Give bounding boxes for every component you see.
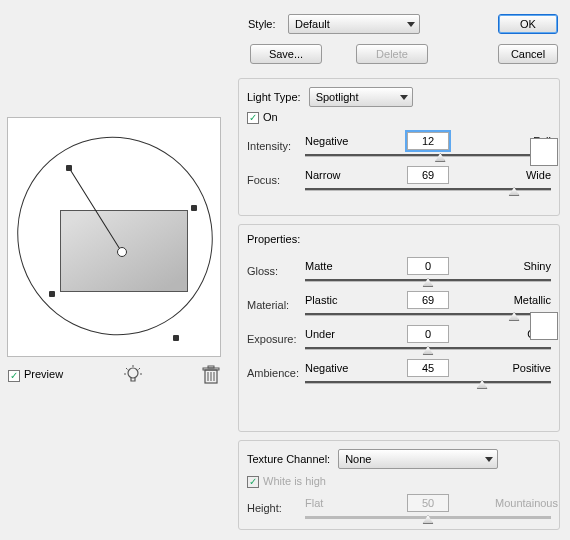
properties-group: Properties: Gloss: Matte 0 Shiny Materia…: [238, 224, 560, 432]
white-is-high-checkbox: [247, 476, 259, 488]
gloss-row: Gloss: Matte 0 Shiny: [247, 257, 551, 285]
ambience-value-text: 45: [422, 362, 434, 374]
ok-button[interactable]: OK: [498, 14, 558, 34]
focus-value-text: 69: [422, 169, 434, 181]
light-type-value: Spotlight: [316, 91, 359, 103]
material-value[interactable]: 69: [407, 291, 449, 309]
light-type-label: Light Type:: [247, 91, 301, 103]
style-combo[interactable]: Default: [288, 14, 420, 34]
spotlight-center-handle[interactable]: [117, 247, 127, 257]
cancel-button[interactable]: Cancel: [498, 44, 558, 64]
trash-icon[interactable]: [202, 365, 220, 385]
focus-row: Focus: Narrow 69 Wide: [247, 166, 551, 194]
focus-label: Focus:: [247, 174, 305, 186]
exposure-slider[interactable]: [305, 345, 551, 353]
save-label: Save...: [269, 48, 303, 60]
exposure-label: Exposure:: [247, 333, 305, 345]
ambience-min: Negative: [305, 362, 361, 374]
ambient-color-swatch[interactable]: [530, 312, 558, 340]
properties-label: Properties:: [247, 233, 551, 245]
svg-line-3: [138, 368, 140, 370]
chevron-down-icon: [407, 22, 415, 27]
ok-label: OK: [520, 18, 536, 30]
height-value-text: 50: [422, 497, 434, 509]
texture-channel-label: Texture Channel:: [247, 453, 330, 465]
light-group: Light Type: Spotlight On Intensity: Nega…: [238, 78, 560, 216]
on-label: On: [263, 111, 278, 123]
on-checkbox[interactable]: [247, 112, 259, 124]
material-slider[interactable]: [305, 311, 551, 319]
gloss-value[interactable]: 0: [407, 257, 449, 275]
material-min: Plastic: [305, 294, 361, 306]
material-label: Material:: [247, 299, 305, 311]
ambience-label: Ambience:: [247, 367, 305, 379]
material-row: Material: Plastic 69 Metallic: [247, 291, 551, 319]
svg-rect-11: [208, 366, 214, 368]
lightbulb-icon[interactable]: [123, 365, 143, 385]
height-min: Flat: [305, 497, 361, 509]
texture-channel-combo[interactable]: None: [338, 449, 498, 469]
save-button[interactable]: Save...: [250, 44, 322, 64]
style-label: Style:: [248, 18, 276, 30]
svg-line-2: [126, 368, 128, 370]
focus-value[interactable]: 69: [407, 166, 449, 184]
material-value-text: 69: [422, 294, 434, 306]
gloss-min: Matte: [305, 260, 361, 272]
delete-button: Delete: [356, 44, 428, 64]
intensity-slider[interactable]: [305, 152, 551, 160]
preview-label: Preview: [24, 368, 63, 380]
white-is-high-label: White is high: [263, 475, 326, 487]
intensity-row: Intensity: Negative 12 Full: [247, 132, 551, 160]
chevron-down-icon: [400, 95, 408, 100]
focus-min: Narrow: [305, 169, 361, 181]
cancel-label: Cancel: [511, 48, 545, 60]
exposure-value-text: 0: [425, 328, 431, 340]
intensity-value[interactable]: 12: [407, 132, 449, 150]
preview-frame: [8, 118, 220, 356]
spotlight-handle[interactable]: [191, 205, 197, 211]
focus-slider[interactable]: [305, 186, 551, 194]
height-max: Mountainous: [495, 497, 551, 509]
intensity-label: Intensity:: [247, 140, 305, 152]
delete-label: Delete: [376, 48, 408, 60]
ambience-value[interactable]: 45: [407, 359, 449, 377]
svg-point-0: [128, 368, 138, 378]
intensity-value-text: 12: [422, 135, 434, 147]
chevron-down-icon: [485, 457, 493, 462]
gloss-value-text: 0: [425, 260, 431, 272]
texture-channel-value: None: [345, 453, 371, 465]
exposure-min: Under: [305, 328, 361, 340]
height-value: 50: [407, 494, 449, 512]
material-max: Metallic: [495, 294, 551, 306]
spotlight-handle[interactable]: [49, 291, 55, 297]
spotlight-handle[interactable]: [66, 165, 72, 171]
style-value: Default: [295, 18, 330, 30]
ambience-max: Positive: [495, 362, 551, 374]
exposure-row: Exposure: Under 0 Over: [247, 325, 551, 353]
height-slider: [305, 514, 551, 522]
light-type-combo[interactable]: Spotlight: [309, 87, 413, 107]
height-row: Height: Flat 50 Mountainous: [247, 494, 551, 522]
gloss-label: Gloss:: [247, 265, 305, 277]
exposure-value[interactable]: 0: [407, 325, 449, 343]
height-label: Height:: [247, 502, 305, 514]
intensity-min: Negative: [305, 135, 361, 147]
texture-group: Texture Channel: None White is high Heig…: [238, 440, 560, 530]
light-color-swatch[interactable]: [530, 138, 558, 166]
spotlight-handle[interactable]: [173, 335, 179, 341]
preview-checkbox[interactable]: [8, 370, 20, 382]
preview-canvas[interactable]: [22, 132, 206, 342]
ambience-slider[interactable]: [305, 379, 551, 387]
gloss-slider[interactable]: [305, 277, 551, 285]
focus-max: Wide: [495, 169, 551, 181]
gloss-max: Shiny: [495, 260, 551, 272]
ambience-row: Ambience: Negative 45 Positive: [247, 359, 551, 387]
